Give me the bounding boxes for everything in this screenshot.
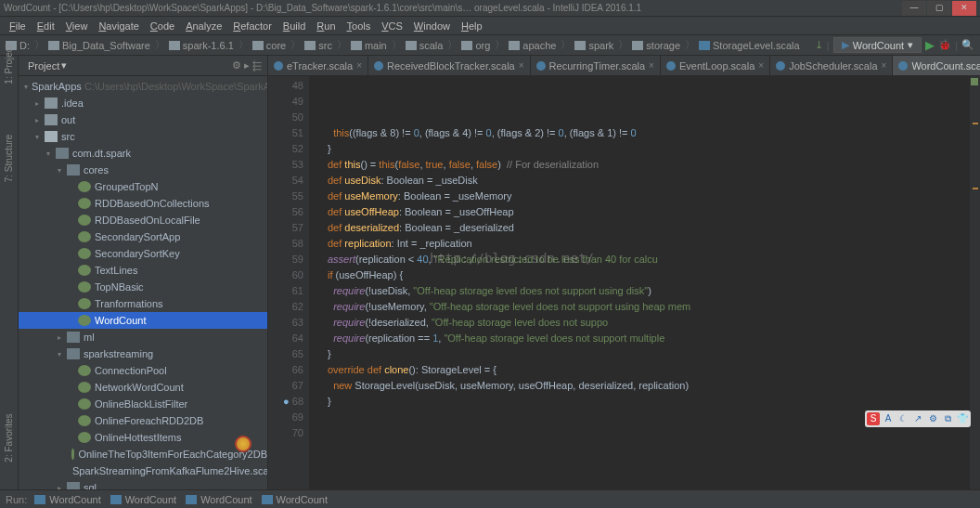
menu-window[interactable]: Window bbox=[408, 19, 456, 33]
breadcrumb-item[interactable]: src〉 bbox=[304, 38, 347, 52]
editor-tab[interactable]: RecurringTimer.scala× bbox=[531, 56, 661, 75]
close-tab-icon[interactable]: × bbox=[882, 60, 887, 71]
close-button[interactable]: ✕ bbox=[952, 1, 976, 16]
code-line[interactable]: require(!useMemory, "Off-heap storage le… bbox=[328, 299, 969, 315]
menu-edit[interactable]: Edit bbox=[32, 19, 60, 33]
gear-icon[interactable]: ⚙ ▸ ⬱ bbox=[232, 59, 262, 72]
sidebar-tab-favorites[interactable]: 2: Favorites bbox=[4, 413, 14, 462]
editor-tab[interactable]: WordCount.scala× bbox=[893, 56, 980, 75]
code-line[interactable]: def this() = this(false, true, false, fa… bbox=[328, 157, 969, 173]
tree-item[interactable]: RDDBasedOnCollections bbox=[19, 195, 267, 212]
line-number[interactable]: 60 bbox=[272, 267, 303, 283]
tool-shirt-icon[interactable]: 👕 bbox=[956, 412, 969, 425]
line-number[interactable]: 52 bbox=[272, 141, 303, 157]
line-number[interactable]: 66 bbox=[272, 362, 303, 378]
code-line[interactable]: def useDisk: Boolean = _useDisk bbox=[328, 173, 969, 189]
menu-build[interactable]: Build bbox=[277, 19, 311, 33]
make-icon[interactable]: ⤓ bbox=[815, 39, 823, 51]
tree-item[interactable]: NetworkWordCount bbox=[19, 379, 267, 396]
tree-item[interactable]: ▾com.dt.spark bbox=[19, 145, 267, 162]
code-line[interactable]: require(!useDisk, "Off-heap storage leve… bbox=[328, 283, 969, 299]
code-line[interactable]: } bbox=[328, 346, 969, 362]
line-number[interactable]: 50 bbox=[272, 110, 303, 125]
close-tab-icon[interactable]: × bbox=[758, 60, 764, 71]
sidebar-tab-project[interactable]: 1: Project bbox=[4, 45, 14, 84]
line-number[interactable]: 61 bbox=[272, 283, 303, 299]
tree-item[interactable]: ▾cores bbox=[19, 162, 267, 178]
tree-item[interactable]: WordCount bbox=[19, 312, 267, 329]
code-line[interactable]: require(!deserialized, "Off-heap storage… bbox=[328, 315, 969, 331]
tree-item[interactable]: GroupedTopN bbox=[19, 178, 267, 195]
line-number[interactable]: 64 bbox=[272, 331, 303, 346]
editor-tab[interactable]: ReceivedBlockTracker.scala× bbox=[368, 56, 531, 75]
code-line[interactable]: def replication: Int = _replication bbox=[328, 236, 969, 252]
expand-icon[interactable]: ▾ bbox=[58, 166, 67, 175]
expand-icon[interactable]: ▾ bbox=[58, 350, 67, 358]
expand-icon[interactable]: ▸ bbox=[35, 99, 45, 108]
line-number[interactable]: 55 bbox=[272, 189, 303, 204]
menu-navigate[interactable]: Navigate bbox=[93, 19, 144, 33]
line-number[interactable]: 54 bbox=[272, 173, 303, 189]
menu-analyze[interactable]: Analyze bbox=[180, 19, 227, 33]
line-number[interactable]: 63 bbox=[272, 315, 303, 331]
tool-window-button[interactable]: WordCount bbox=[34, 494, 100, 505]
menu-view[interactable]: View bbox=[60, 19, 94, 33]
line-number[interactable]: 51 bbox=[272, 125, 303, 141]
warning-marker[interactable] bbox=[973, 123, 978, 124]
line-number[interactable]: 70 bbox=[272, 425, 303, 441]
breadcrumb-item[interactable]: main〉 bbox=[351, 38, 402, 52]
minimize-button[interactable]: — bbox=[902, 1, 926, 16]
tree-item[interactable]: ▾sparkstreaming bbox=[19, 345, 267, 362]
editor-tab[interactable]: EventLoop.scala× bbox=[661, 56, 770, 75]
tree-item[interactable]: OnlineTheTop3ItemForEachCategory2DB bbox=[19, 446, 267, 462]
line-number[interactable]: 65 bbox=[272, 346, 303, 362]
maximize-button[interactable]: ▢ bbox=[927, 1, 951, 16]
inspection-indicator[interactable] bbox=[971, 78, 978, 85]
tree-item[interactable]: Tranformations bbox=[19, 295, 267, 312]
code-line[interactable]: require(replication == 1, "Off-heap stor… bbox=[328, 331, 969, 346]
tool-window-button[interactable]: WordCount bbox=[186, 494, 251, 505]
code-line[interactable]: this((flags & 8) != 0, (flags & 4) != 0,… bbox=[328, 125, 969, 141]
tree-item[interactable]: TopNBasic bbox=[19, 279, 267, 295]
breadcrumb-item[interactable]: StorageLevel.scala bbox=[699, 40, 800, 51]
tree-item[interactable]: SecondarySortKey bbox=[19, 245, 267, 262]
debug-button[interactable]: 🐞 bbox=[938, 39, 951, 51]
breadcrumb-item[interactable]: spark-1.6.1〉 bbox=[169, 38, 249, 52]
error-stripe[interactable] bbox=[969, 76, 980, 489]
tool-window-button[interactable]: WordCount bbox=[262, 494, 328, 505]
expand-icon[interactable]: ▸ bbox=[35, 116, 45, 124]
breadcrumb-item[interactable]: scala〉 bbox=[406, 38, 458, 52]
panel-title[interactable]: Project bbox=[28, 60, 59, 72]
line-number[interactable]: 62 bbox=[272, 299, 303, 315]
tree-item[interactable]: OnlineBlackListFilter bbox=[19, 396, 267, 412]
menu-refactor[interactable]: Refactor bbox=[227, 19, 277, 33]
expand-icon[interactable]: ▸ bbox=[58, 484, 67, 490]
tool-gear-icon[interactable]: ⚙ bbox=[926, 412, 939, 425]
code-line[interactable]: override def clone(): StorageLevel = { bbox=[328, 362, 969, 378]
tool-a-icon[interactable]: A bbox=[882, 412, 895, 425]
line-number[interactable]: 48 bbox=[272, 78, 303, 94]
menu-code[interactable]: Code bbox=[145, 19, 180, 33]
tree-item[interactable]: ▸ml bbox=[19, 329, 267, 345]
tree-item[interactable]: RDDBasedOnLocalFile bbox=[19, 212, 267, 228]
tree-item[interactable]: SecondarySortApp bbox=[19, 228, 267, 245]
line-number[interactable]: 58 bbox=[272, 236, 303, 252]
warning-marker[interactable] bbox=[973, 188, 978, 189]
editor-tab[interactable]: eTracker.scala× bbox=[268, 56, 368, 75]
gutter[interactable]: 4849505152535455565758596061626364656667… bbox=[268, 76, 309, 489]
tree-item[interactable]: ▾src bbox=[19, 128, 267, 145]
code-line[interactable]: } bbox=[328, 394, 969, 410]
line-number[interactable]: 67 bbox=[272, 378, 303, 394]
close-tab-icon[interactable]: × bbox=[356, 60, 362, 71]
line-number[interactable]: 57 bbox=[272, 220, 303, 236]
tree-item[interactable]: ▸sql bbox=[19, 479, 267, 489]
line-number[interactable]: ● 68 bbox=[272, 394, 303, 410]
breadcrumb-item[interactable]: core〉 bbox=[252, 38, 301, 52]
breadcrumb-item[interactable]: apache〉 bbox=[509, 38, 571, 52]
tool-arrow-icon[interactable]: ↗ bbox=[911, 412, 924, 425]
code-line[interactable]: if (useOffHeap) { bbox=[328, 267, 969, 283]
tool-copy-icon[interactable]: ⧉ bbox=[941, 412, 954, 425]
code-line[interactable]: assert(replication < 40, "Replication re… bbox=[328, 252, 969, 267]
breadcrumb-item[interactable]: spark〉 bbox=[574, 38, 628, 52]
project-tree[interactable]: ▾SparkApps C:\Users\hp\Desktop\WorkSpace… bbox=[19, 76, 267, 489]
